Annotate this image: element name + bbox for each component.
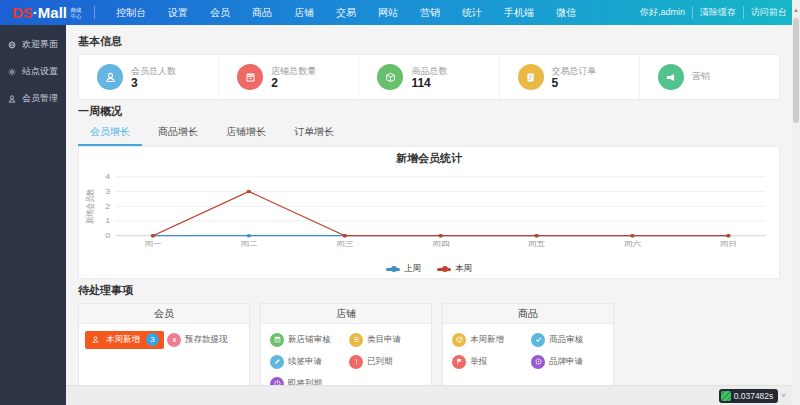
pending-item-2-3[interactable]: 品牌申请 <box>528 353 607 371</box>
pending-item-2-1[interactable]: 商品审核 <box>528 331 607 349</box>
nav-item-5[interactable]: 交易 <box>325 0 367 25</box>
pending-item-label: 预存款提现 <box>185 334 228 346</box>
sidebar-item-2[interactable]: 会员管理 <box>0 85 66 112</box>
main-menu: 控制台设置会员商品店铺交易网站营销统计手机端微信 <box>105 0 587 25</box>
clock-icon <box>270 377 284 386</box>
data-point <box>534 234 538 238</box>
pending-item-0-0[interactable]: 本周新增3 <box>85 331 164 349</box>
user-link-0[interactable]: 你好,admin <box>633 6 692 19</box>
pending-panels: 会员本周新增3¥预存款提现店铺新店铺审核类目申请续签申请已到期即将到期商品本周新… <box>78 303 780 385</box>
nav-item-4[interactable]: 店铺 <box>283 0 325 25</box>
series-line-本周 <box>153 192 728 236</box>
pending-item-1-2[interactable]: 续签申请 <box>267 353 346 371</box>
section-title-pending: 待处理事项 <box>78 283 780 298</box>
sidebar-item-0[interactable]: 欢迎界面 <box>0 31 66 58</box>
legend-item-0[interactable]: 上周 <box>386 263 421 275</box>
pending-panel-1: 店铺新店铺审核类目申请续签申请已到期即将到期 <box>260 303 432 385</box>
pending-item-2-0[interactable]: 本周新增 <box>449 331 528 349</box>
data-point <box>247 234 251 238</box>
stat-card-2: 商品总数114 <box>358 55 498 99</box>
pending-panel-2: 商品本周新增商品审核举报品牌申请 <box>442 303 614 385</box>
pending-item-label: 品牌申请 <box>549 356 583 368</box>
list-icon <box>349 333 363 347</box>
section-title-basic-info: 基本信息 <box>78 34 780 49</box>
nav-item-0[interactable]: 控制台 <box>105 0 157 25</box>
chevron-down-icon[interactable]: ˅ <box>781 391 786 400</box>
load-time-icon <box>721 391 731 401</box>
pending-item-2-2[interactable]: 举报 <box>449 353 528 371</box>
tab-0[interactable]: 会员增长 <box>78 122 142 146</box>
legend-label: 本周 <box>455 263 472 275</box>
check-icon <box>531 333 545 347</box>
tab-3[interactable]: 订单增长 <box>282 122 346 146</box>
stat-value: 3 <box>131 78 176 89</box>
gear-icon <box>7 67 17 77</box>
growth-tabs: 会员增长商品增长店铺增长订单增长 <box>78 124 780 146</box>
stat-label: 店铺总数量 <box>271 66 316 77</box>
logo-subtitle: 商城 中心 <box>70 7 82 19</box>
tab-2[interactable]: 店铺增长 <box>214 122 278 146</box>
user-link-1[interactable]: 清除缓存 <box>692 6 743 19</box>
nav-item-7[interactable]: 营销 <box>409 0 451 25</box>
stat-label: 商品总数 <box>411 66 447 77</box>
y-tick-label: 4 <box>105 173 111 181</box>
data-point <box>630 234 634 238</box>
nav-item-6[interactable]: 网站 <box>367 0 409 25</box>
legend-item-1[interactable]: 本周 <box>437 263 472 275</box>
main-content: 基本信息 会员总人数3店铺总数量2商品总数114交易总订单5营销 一周概况 会员… <box>66 25 792 385</box>
box-icon <box>377 64 403 90</box>
nav-item-2[interactable]: 会员 <box>199 0 241 25</box>
y-tick-label: 3 <box>105 188 111 196</box>
data-point <box>151 234 155 238</box>
pending-item-1-4[interactable]: 即将到期 <box>267 375 346 386</box>
logo-subtitle-line2: 中心 <box>71 13 82 18</box>
panel-title: 店铺 <box>261 304 431 324</box>
scrollbar-up-arrow-icon[interactable]: ▲ <box>792 7 800 13</box>
pending-item-label: 本周新增 <box>470 334 504 346</box>
user-icon <box>7 94 17 104</box>
page-scrollbar[interactable]: ▲ <box>792 0 800 405</box>
user-links: 你好,admin清除缓存访问前台 <box>633 6 794 19</box>
legend-label: 上周 <box>404 263 421 275</box>
pen-icon <box>270 355 284 369</box>
flag-icon <box>452 355 466 369</box>
brand-icon <box>531 355 545 369</box>
pending-item-1-3[interactable]: 已到期 <box>346 353 425 371</box>
count-badge: 3 <box>146 333 159 346</box>
pending-item-1-0[interactable]: 新店铺审核 <box>267 331 346 349</box>
load-time-badge[interactable]: 0.037482s <box>719 389 779 403</box>
chart-card: 新增会员统计 01234周一周二周三周四周五周六周日新增会员数 上周本周 <box>78 146 780 279</box>
section-title-week-overview: 一周概况 <box>78 104 780 119</box>
stat-card-3: 交易总订单5 <box>499 55 639 99</box>
pending-item-1-1[interactable]: 类目申请 <box>346 331 425 349</box>
panel-title: 会员 <box>79 304 249 324</box>
stat-card-1: 店铺总数量2 <box>218 55 358 99</box>
pending-item-0-1[interactable]: ¥预存款提现 <box>164 331 243 349</box>
panel-title: 商品 <box>443 304 613 324</box>
scrollbar-thumb[interactable] <box>793 18 799 123</box>
nav-item-3[interactable]: 商品 <box>241 0 283 25</box>
legend-marker-icon <box>437 268 451 271</box>
data-point <box>726 234 730 238</box>
sidebar-item-label: 欢迎界面 <box>22 38 58 51</box>
new-members-line-chart: 01234周一周二周三周四周五周六周日新增会员数 <box>83 166 775 262</box>
data-point <box>247 190 251 194</box>
nav-item-8[interactable]: 统计 <box>451 0 493 25</box>
data-point <box>438 234 442 238</box>
store-icon <box>237 64 263 90</box>
tab-1[interactable]: 商品增长 <box>146 122 210 146</box>
x-tick-label: 周二 <box>240 240 258 248</box>
top-navbar: DS·Mall 商城 中心 控制台设置会员商品店铺交易网站营销统计手机端微信 你… <box>0 0 800 25</box>
user-link-2[interactable]: 访问前台 <box>743 6 794 19</box>
nav-item-1[interactable]: 设置 <box>157 0 199 25</box>
nav-item-9[interactable]: 手机端 <box>493 0 545 25</box>
user-icon <box>88 333 102 347</box>
sidebar-item-1[interactable]: 站点设置 <box>0 58 66 85</box>
user-icon <box>97 64 123 90</box>
logo[interactable]: DS·Mall 商城 中心 <box>12 4 82 21</box>
footer-strip: 0.037482s ˅ <box>66 385 792 405</box>
y-tick-label: 1 <box>105 217 110 225</box>
stat-label: 交易总订单 <box>552 66 597 77</box>
nav-item-10[interactable]: 微信 <box>545 0 587 25</box>
yen-icon: ¥ <box>167 333 181 347</box>
